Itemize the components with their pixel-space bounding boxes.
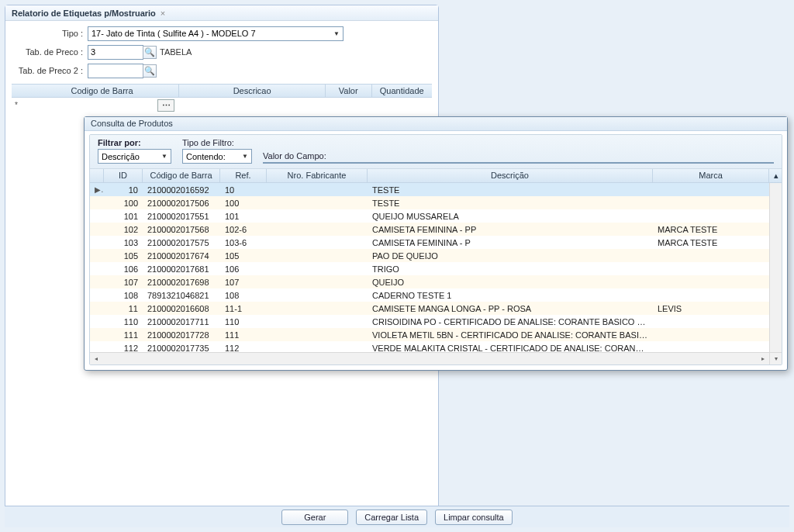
- tipo-filtro-select[interactable]: Contendo: ▼: [182, 149, 252, 164]
- table-row[interactable]: 1102100002017711110CRISOIDINA PO - CERTI…: [90, 315, 769, 328]
- table-row[interactable]: 11210000201660811-1CAMISETE MANGA LONGA …: [90, 302, 769, 315]
- tab-preco2-label: Tab. de Preco 2 :: [12, 66, 88, 75]
- cell-marca: MARCA TESTE: [653, 224, 769, 235]
- tipo-select[interactable]: 17- Jato de Tinta ( Sulfite A4 ) - MODEL…: [88, 26, 343, 41]
- cell-fabricante: [267, 229, 368, 230]
- cell-barcode: 2100002017728: [143, 330, 220, 340]
- table-row[interactable]: 1032100002017575103-6CAMISETA FEMININA -…: [90, 236, 769, 249]
- cell-fabricante: [267, 189, 368, 191]
- table-row[interactable]: 1112100002017728111VIOLETA METIL 5BN - C…: [90, 328, 769, 341]
- cell-ref: 101: [220, 211, 267, 222]
- table-row[interactable]: ▶10210000201659210TESTE: [90, 183, 769, 196]
- scroll-left-icon[interactable]: ◂: [90, 353, 102, 364]
- tab-preco-input[interactable]: 3: [88, 45, 143, 60]
- cell-fabricante: [267, 242, 368, 244]
- cell-descricao: CAMISETE MANGA LONGA - PP - ROSA: [368, 303, 653, 314]
- row-indicator: [90, 321, 104, 323]
- cell-marca: [653, 189, 769, 191]
- row-indicator: [90, 282, 104, 283]
- cell-id: 11: [104, 303, 143, 314]
- filter-bar: Filtrar por: Descrição ▼ Tipo de Filtro:…: [90, 135, 782, 169]
- carregar-lista-button[interactable]: Carregar Lista: [356, 510, 427, 525]
- cell-descricao: VIOLETA METIL 5BN - CERTIFICADO DE ANALI…: [368, 330, 653, 340]
- close-icon[interactable]: ×: [161, 9, 165, 18]
- cell-lookup-button[interactable]: ⋯: [157, 99, 174, 112]
- table-row[interactable]: 1072100002017698107QUEIJO: [90, 275, 769, 288]
- table-row[interactable]: 1012100002017551101QUEIJO MUSSARELA: [90, 209, 769, 223]
- tipo-filtro-label: Tipo de Filtro:: [182, 138, 252, 147]
- row-indicator: [90, 229, 104, 230]
- bottom-bar: Gerar Carregar Lista Limpar consulta: [5, 506, 789, 527]
- row-indicator: [90, 202, 104, 204]
- limpar-consulta-button[interactable]: Limpar consulta: [435, 510, 513, 525]
- table-row[interactable]: 1002100002017506100TESTE: [90, 196, 769, 209]
- cell-descricao: TESTE: [368, 198, 653, 209]
- dialog-grid-header: ID Código de Barra Ref. Nro. Fabricante …: [90, 169, 782, 183]
- cell-id: 111: [104, 330, 143, 340]
- cell-marca: MARCA TESTE: [653, 237, 769, 248]
- cell-barcode: 2100002017681: [143, 264, 220, 275]
- col-ref[interactable]: Ref.: [220, 169, 267, 182]
- tab-preco-lookup-button[interactable]: 🔍: [143, 46, 157, 59]
- cell-fabricante: [267, 255, 368, 257]
- consulta-produtos-dialog: Consulta de Produtos Filtrar por: Descri…: [84, 116, 788, 371]
- cell-ref: 110: [220, 316, 267, 327]
- scroll-right-icon[interactable]: ▸: [757, 353, 769, 364]
- cell-fabricante: [267, 308, 368, 309]
- col-descricao[interactable]: Descrição: [368, 169, 653, 182]
- cell-descricao: VERDE MALAKITA CRISTAL - CERTIFICADO DE …: [368, 343, 653, 353]
- cell-fabricante: [267, 321, 368, 323]
- cell-descricao: TRIGO: [368, 264, 653, 275]
- cell-id: 101: [104, 211, 143, 222]
- tab-preco2-lookup-button[interactable]: 🔍: [143, 64, 157, 78]
- cell-fabricante: [267, 282, 368, 283]
- tab-preco2-input[interactable]: [88, 64, 143, 78]
- main-title: Relatorio de Etiquetas p/Mostruario: [12, 9, 156, 18]
- col-quantidade[interactable]: Quantidade: [372, 85, 432, 97]
- horizontal-scrollbar[interactable]: ◂ ▸ ▾: [90, 352, 782, 364]
- cell-barcode: 2100002017698: [143, 277, 220, 288]
- dialog-title: Consulta de Produtos: [85, 117, 787, 131]
- col-descricao[interactable]: Descricao: [179, 85, 326, 97]
- cell-barcode: 2100002017735: [143, 343, 220, 353]
- vertical-scrollbar[interactable]: [769, 183, 782, 352]
- cell-ref: 107: [220, 277, 267, 288]
- cell-descricao: CADERNO TESTE 1: [368, 290, 653, 301]
- main-grid-header: Codigo de Barra Descricao Valor Quantida…: [12, 84, 432, 98]
- scroll-down-icon[interactable]: ▾: [769, 353, 782, 364]
- row-indicator: [90, 255, 104, 257]
- table-row[interactable]: 1052100002017674105PAO DE QUEIJO: [90, 249, 769, 262]
- cell-ref: 105: [220, 250, 267, 261]
- table-row[interactable]: 1062100002017681106TRIGO: [90, 262, 769, 275]
- table-row[interactable]: 1087891321046821108CADERNO TESTE 1: [90, 288, 769, 302]
- col-id[interactable]: ID: [104, 169, 143, 182]
- gerar-button[interactable]: Gerar: [281, 510, 348, 525]
- cell-barcode: 2100002017575: [143, 237, 220, 248]
- main-grid-body[interactable]: * ⋯: [12, 98, 432, 113]
- col-valor[interactable]: Valor: [326, 85, 372, 97]
- row-indicator: [90, 242, 104, 244]
- filtrar-por-select[interactable]: Descrição ▼: [98, 149, 171, 164]
- col-codigo[interactable]: Codigo de Barra: [26, 85, 179, 97]
- table-row[interactable]: 1022100002017568102-6CAMISETA FEMININA -…: [90, 223, 769, 236]
- cell-fabricante: [267, 295, 368, 296]
- cell-descricao: QUEIJO MUSSARELA: [368, 211, 653, 222]
- cell-ref: 100: [220, 198, 267, 209]
- cell-marca: [653, 216, 769, 217]
- dialog-grid-rows[interactable]: ▶10210000201659210TESTE10021000020175061…: [90, 183, 769, 352]
- valor-campo-input[interactable]: [263, 162, 774, 164]
- filtrar-por-label: Filtrar por:: [98, 138, 171, 147]
- scroll-up-icon[interactable]: ▴: [769, 169, 782, 182]
- table-row[interactable]: 1122100002017735112VERDE MALAKITA CRISTA…: [90, 341, 769, 352]
- col-barcode[interactable]: Código de Barra: [143, 169, 220, 182]
- col-fabricante[interactable]: Nro. Fabricante: [267, 169, 368, 182]
- cell-descricao: CRISOIDINA PO - CERTIFICADO DE ANALISE: …: [368, 316, 653, 327]
- cell-ref: 106: [220, 264, 267, 275]
- col-marca[interactable]: Marca: [653, 169, 769, 182]
- tab-preco-label: Tab. de Preco :: [12, 47, 88, 57]
- cell-id: 103: [104, 237, 143, 248]
- new-row-indicator: *: [12, 98, 26, 113]
- cell-marca: [653, 282, 769, 283]
- cell-marca: [653, 321, 769, 323]
- cell-id: 105: [104, 250, 143, 261]
